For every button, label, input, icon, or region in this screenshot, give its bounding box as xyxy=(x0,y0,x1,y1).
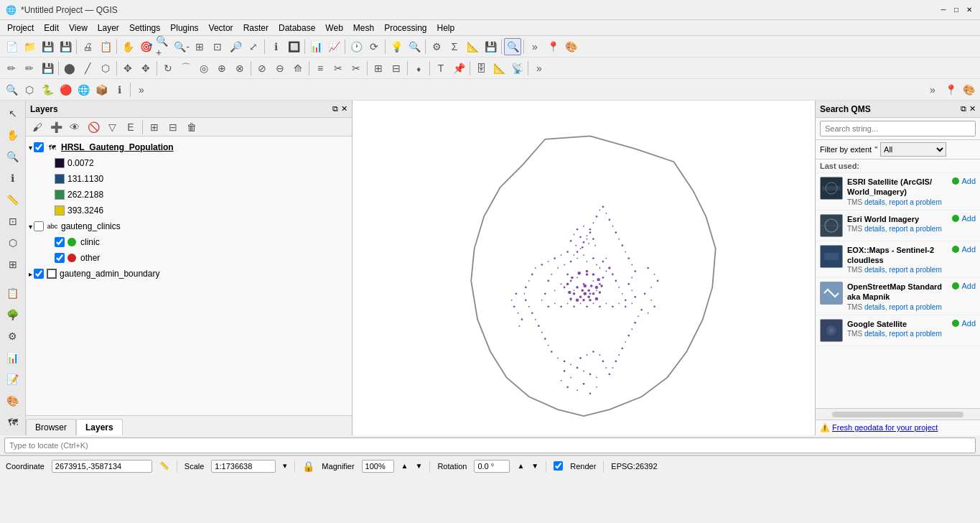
layers-panel-btn[interactable]: 📋 xyxy=(3,283,23,303)
menu-help[interactable]: Help xyxy=(433,22,459,34)
pan-to-selection-button[interactable]: 🎯 xyxy=(137,38,154,55)
esri-arcgis-report-link[interactable]: report a problem xyxy=(889,198,941,206)
list-item[interactable]: ▾ abc gauteng_clinics xyxy=(26,218,352,234)
esri-world-details-link[interactable]: details xyxy=(864,225,885,233)
node-tool-button[interactable]: ⬧ xyxy=(410,60,427,77)
hrsl-expand[interactable]: ▾ xyxy=(29,144,32,152)
rotate-feature-button[interactable]: ↻ xyxy=(159,60,177,77)
google-satellite-details-link[interactable]: details xyxy=(864,330,885,338)
copy-move-feature-button[interactable]: ✥ xyxy=(137,60,154,77)
new-project-button[interactable]: 📄 xyxy=(3,38,20,55)
minimize-button[interactable]: ─ xyxy=(938,5,948,15)
select-rect-tool[interactable]: ⊡ xyxy=(3,211,23,231)
locator-button[interactable]: 🔍 xyxy=(406,38,423,55)
esri-arcgis-add-button[interactable]: Add xyxy=(961,177,976,185)
refresh-button[interactable]: ⟳ xyxy=(365,38,383,55)
pin-label-button[interactable]: 📌 xyxy=(450,60,467,77)
filter-by-expression-button[interactable]: Ε xyxy=(122,119,139,136)
digitize-point-button[interactable]: ⬤ xyxy=(61,60,78,77)
list-item[interactable]: other xyxy=(26,250,352,266)
map-canvas[interactable] xyxy=(353,101,815,435)
python-console-button[interactable]: 🐍 xyxy=(39,81,56,98)
coord-button[interactable]: 📍 xyxy=(544,38,561,55)
maximize-button[interactable]: □ xyxy=(951,5,961,15)
more3-button[interactable]: » xyxy=(133,81,150,98)
digitize-polygon-button[interactable]: ⬡ xyxy=(97,60,114,77)
eox-sentinel-report-link[interactable]: report a problem xyxy=(889,266,941,274)
sigma-button[interactable]: Σ xyxy=(446,38,463,55)
menu-project[interactable]: Project xyxy=(3,22,38,34)
scale-input[interactable] xyxy=(211,460,276,473)
menu-layer[interactable]: Layer xyxy=(93,22,123,34)
zoom-selection-button[interactable]: ⤢ xyxy=(245,38,262,55)
results-panel-btn[interactable]: 📊 xyxy=(3,348,23,368)
layers-float-button[interactable]: ⧉ xyxy=(332,104,338,114)
menu-web[interactable]: Web xyxy=(321,22,347,34)
pan-map-button[interactable]: ✋ xyxy=(119,38,136,55)
merge-attributes-button[interactable]: ⊟ xyxy=(388,60,405,77)
report-button[interactable]: 📋 xyxy=(97,38,114,55)
zoom-full-button[interactable]: ⊡ xyxy=(209,38,226,55)
zoom-rubber-band-button[interactable]: ⊞ xyxy=(191,38,208,55)
osm-details-link[interactable]: details xyxy=(864,303,885,311)
select-tool[interactable]: ↖ xyxy=(3,103,23,124)
filter-layers-button[interactable]: ▽ xyxy=(103,119,121,136)
qms-horizontal-scrollbar[interactable] xyxy=(816,408,980,420)
list-item[interactable]: ▾ 🗺 HRSL_Gauteng_Population xyxy=(26,139,352,155)
osm-report-link[interactable]: report a problem xyxy=(889,303,941,311)
menu-view[interactable]: View xyxy=(65,22,92,34)
info-tool[interactable]: ℹ xyxy=(3,168,23,188)
locator-input[interactable] xyxy=(4,438,976,453)
toggle-editing-button[interactable]: ✏ xyxy=(21,60,38,77)
show-tips-button[interactable]: 💡 xyxy=(388,38,405,55)
list-item[interactable]: clinic xyxy=(26,234,352,250)
processing-toolbox-button[interactable]: ⚙ xyxy=(428,38,445,55)
identify-features-button[interactable]: ℹ xyxy=(267,38,284,55)
add-layer-button[interactable]: ➕ xyxy=(47,119,65,136)
coords-display-button[interactable]: 📍 xyxy=(942,81,959,98)
statistical-summary-button[interactable]: 📈 xyxy=(325,38,342,55)
collapse-all-button[interactable]: ⊟ xyxy=(164,119,182,136)
mag-down-button[interactable]: ▼ xyxy=(416,462,423,470)
digitize-line-button[interactable]: ╱ xyxy=(79,60,96,77)
magnifier-input[interactable] xyxy=(362,460,394,473)
save-project-button[interactable]: 💾 xyxy=(39,38,56,55)
measure-tool[interactable]: 📏 xyxy=(3,190,23,210)
openstreetmap-button[interactable]: 🌐 xyxy=(75,81,92,98)
menu-raster[interactable]: Raster xyxy=(239,22,273,34)
other-visible-checkbox[interactable] xyxy=(55,253,65,263)
fill-ring-button[interactable]: ⊗ xyxy=(231,60,248,77)
add-part-button[interactable]: ⊕ xyxy=(213,60,230,77)
menu-plugins[interactable]: Plugins xyxy=(166,22,202,34)
add-ring-button[interactable]: ◎ xyxy=(195,60,213,77)
delete-part-button[interactable]: ⊖ xyxy=(271,60,289,77)
search-input[interactable] xyxy=(820,121,976,136)
zoom-in-button[interactable]: 🔍+ xyxy=(155,38,172,55)
processing-panel-btn[interactable]: ⚙ xyxy=(3,326,23,346)
menu-database[interactable]: Database xyxy=(274,22,319,34)
select-polygon-tool[interactable]: ⬡ xyxy=(3,233,23,253)
hide-all-layers-button[interactable]: 🚫 xyxy=(85,119,102,136)
admin-expand[interactable]: ▸ xyxy=(29,270,32,278)
db-manager-button[interactable]: 🗄 xyxy=(472,60,490,77)
remove-layer-button[interactable]: 🗑 xyxy=(183,119,200,136)
move-feature-button[interactable]: ✥ xyxy=(119,60,136,77)
save-edits-button[interactable]: 💾 xyxy=(39,60,56,77)
menu-vector[interactable]: Vector xyxy=(205,22,238,34)
scale-dropdown-arrow[interactable]: ▾ xyxy=(283,461,287,471)
rotation-input[interactable] xyxy=(474,460,510,473)
clinics-group-checkbox[interactable] xyxy=(34,221,44,231)
eox-sentinel-details-link[interactable]: details xyxy=(864,266,885,274)
list-item[interactable]: ▸ gauteng_admin_boundary xyxy=(26,266,352,282)
zoom-out-button[interactable]: 🔍- xyxy=(173,38,190,55)
epsg-label[interactable]: EPSG:26392 xyxy=(611,462,657,471)
fresh-geodata-link[interactable]: Fresh geodata for your project xyxy=(832,423,938,432)
quick-find-button[interactable]: 🔍 xyxy=(3,81,20,98)
clinics-expand[interactable]: ▾ xyxy=(29,223,32,231)
show-all-layers-button[interactable]: 👁 xyxy=(66,119,83,136)
delete-ring-button[interactable]: ⊘ xyxy=(253,60,271,77)
more-button[interactable]: » xyxy=(526,38,543,55)
current-edits-button[interactable]: ✏ xyxy=(3,60,20,77)
map-tips-button[interactable]: 🕐 xyxy=(347,38,365,55)
reshape-feature-button[interactable]: ⟰ xyxy=(289,60,307,77)
